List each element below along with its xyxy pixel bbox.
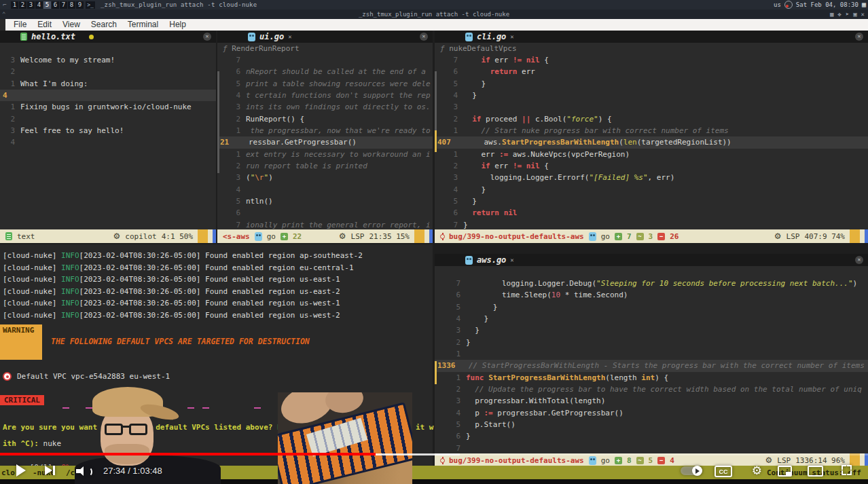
code-line[interactable]: 2run report table is printed — [217, 160, 433, 172]
code-line[interactable]: 5 p.Start() — [435, 419, 868, 430]
autoplay-toggle[interactable] — [681, 466, 702, 475]
code-line[interactable]: 4 } — [435, 184, 868, 196]
scrollbar-indicator[interactable] — [213, 229, 216, 243]
terminal-prefix-button[interactable]: >_ — [86, 1, 95, 9]
code-line[interactable]: 5 } — [435, 78, 868, 90]
scrollbar[interactable] — [435, 71, 437, 132]
current-code-line[interactable]: 407 aws.StartProgressBarWithLength(len(t… — [435, 136, 868, 148]
tmux-window-button-1[interactable]: 1 — [11, 1, 18, 9]
current-code-line[interactable]: 21ressbar.GetProgressbar() — [217, 136, 433, 148]
pane-close-icon[interactable]: ✕ — [203, 33, 211, 41]
code-line[interactable]: 2 // Update the progress bar to have the… — [435, 384, 868, 395]
code-line[interactable]: 2RunReport() { — [217, 113, 433, 125]
code-line[interactable]: 4 } — [435, 313, 868, 324]
tmux-window-button-3[interactable]: 3 — [27, 1, 35, 9]
code-line[interactable]: 3Welcome to my stream! — [0, 54, 216, 66]
code-line[interactable]: 2} — [435, 337, 868, 348]
tmux-window-button-8[interactable]: 8 — [68, 1, 75, 9]
code-line[interactable]: 3ints its own findings out directly to o… — [217, 101, 433, 113]
code-line[interactable]: 4 — [0, 136, 216, 148]
code-line[interactable]: 7 — [217, 54, 433, 66]
tmux-window-button-4[interactable]: 4 — [35, 1, 43, 9]
tab-ui-go[interactable]: ui.go ✕ — [248, 32, 292, 41]
code-line[interactable]: 6nReport should be called at the end of … — [217, 66, 433, 77]
code-line[interactable]: 3Feel free to say hello! — [0, 125, 216, 136]
code-line[interactable]: 6} — [435, 430, 868, 442]
code-line[interactable]: 1 — [435, 348, 868, 360]
code-line[interactable]: 4 } — [435, 90, 868, 101]
code-line[interactable]: 3("\r") — [217, 172, 433, 183]
code-line[interactable]: 1What I'm doing: — [0, 78, 216, 90]
code-line[interactable]: 2 if proceed || c.Bool("force") { — [435, 113, 868, 125]
code-line[interactable]: 1ext entry is necessary to workaround an… — [217, 149, 433, 160]
confirm-prompt-line2[interactable]: ith ^C): nuke — [3, 439, 61, 451]
fullscreen-button[interactable] — [842, 465, 852, 475]
shade-icon[interactable]: ▣ — [853, 10, 856, 18]
code-line[interactable]: 7 — [435, 443, 868, 454]
scrollbar[interactable] — [217, 71, 219, 173]
code-line[interactable]: 3 progressbar.WithTotal(length) — [435, 395, 868, 407]
tmux-window-button-9[interactable]: 9 — [76, 1, 84, 9]
code-line[interactable]: 1 // Start nuke progress bar with correc… — [435, 125, 868, 136]
scrollbar-indicator[interactable] — [429, 229, 433, 243]
code-line[interactable]: 7 if err != nil { — [435, 54, 868, 66]
close-icon[interactable]: ✕ — [861, 10, 865, 18]
code-line[interactable]: 2 — [0, 113, 216, 125]
captions-button[interactable]: CC — [715, 466, 732, 477]
code-line[interactable]: 4t certain functions don't support the r… — [217, 90, 433, 101]
next-button[interactable] — [45, 466, 55, 475]
tmux-window-button-6[interactable]: 6 — [52, 1, 59, 9]
menu-item-search[interactable]: Search — [86, 20, 122, 29]
code-line[interactable]: 6 return nil — [435, 207, 868, 219]
current-code-line[interactable]: 1336// StartProgressBarWithLength - Star… — [435, 360, 868, 371]
code-line[interactable]: 1 err := aws.NukeVpcs(vpcPerRegion) — [435, 149, 868, 160]
code-line[interactable]: 3 — [435, 101, 868, 113]
tab-aws-go[interactable]: aws.go ✕ — [465, 255, 514, 265]
tmux-window-button-7[interactable]: 7 — [60, 1, 67, 9]
menu-item-terminal[interactable]: Terminal — [122, 20, 164, 29]
code-line[interactable]: 2 — [0, 66, 216, 77]
tmux-window-button-5[interactable]: 5 — [43, 1, 51, 9]
menu-item-file[interactable]: File — [8, 20, 32, 29]
pane-close-icon[interactable]: ✕ — [855, 256, 863, 264]
code-line[interactable]: 6 — [217, 207, 433, 219]
menu-item-view[interactable]: View — [57, 20, 86, 29]
pane-close-icon[interactable]: ✕ — [420, 33, 428, 41]
miniplayer-button[interactable] — [778, 466, 792, 477]
code-line[interactable]: 1func StartProgressBarWithLength(length … — [435, 372, 868, 384]
volume-button[interactable] — [76, 465, 91, 477]
tiles-icon[interactable]: ▦ — [830, 10, 833, 18]
menu-item-edit[interactable]: Edit — [32, 20, 57, 29]
move-icon[interactable]: ✥ — [837, 10, 841, 18]
code-line[interactable]: 5print a table showing resources were de… — [217, 78, 433, 90]
workspace-grid-icon[interactable]: ▦ — [862, 1, 866, 8]
theater-mode-button[interactable] — [808, 466, 823, 477]
tmux-window-button-2[interactable]: 2 — [19, 1, 26, 9]
tab-hello-txt[interactable]: hello.txt — [20, 32, 94, 41]
current-code-line[interactable]: 4 — [0, 90, 216, 101]
keyboard-layout-indicator[interactable]: us — [774, 1, 781, 8]
tab-close-icon[interactable]: ✕ — [288, 33, 291, 40]
code-line[interactable]: 1 the progressbar, now that we're ready … — [217, 125, 433, 136]
code-line[interactable]: 4 — [217, 184, 433, 196]
code-line[interactable]: 4 p := progressbar.GetProgressbar() — [435, 407, 868, 419]
tab-cli-go[interactable]: cli.go ✕ — [465, 32, 514, 41]
tab-close-icon[interactable]: ✕ — [510, 33, 513, 40]
code-line[interactable]: 1Fixing bugs in gruntwork-io/cloud-nuke — [0, 101, 216, 113]
menu-item-help[interactable]: Help — [164, 20, 192, 29]
pane-close-icon[interactable]: ✕ — [855, 33, 863, 41]
code-line[interactable]: 5 } — [435, 301, 868, 313]
code-line[interactable]: 6 time.Sleep(10 * time.Second) — [435, 289, 868, 301]
code-line[interactable]: 2 if err != nil { — [435, 160, 868, 172]
code-line[interactable]: 3 } — [435, 324, 868, 336]
clock[interactable]: Sat Feb 04, 08:30 — [796, 1, 858, 8]
play-button[interactable] — [16, 464, 26, 477]
code-line[interactable]: 6 return err — [435, 66, 868, 77]
code-line[interactable]: 5 } — [435, 196, 868, 207]
code-line[interactable]: 7 logging.Logger.Debug("Sleeping for 10 … — [435, 278, 868, 289]
code-line[interactable]: 5ntln() — [217, 196, 433, 207]
code-line[interactable]: 3 logging.Logger.Errorf("[Failed] %s", e… — [435, 172, 868, 183]
settings-gear-icon[interactable]: ⚙ — [752, 464, 762, 477]
pin-icon[interactable]: ➤ — [846, 10, 849, 18]
tab-close-icon[interactable]: ✕ — [510, 257, 513, 263]
